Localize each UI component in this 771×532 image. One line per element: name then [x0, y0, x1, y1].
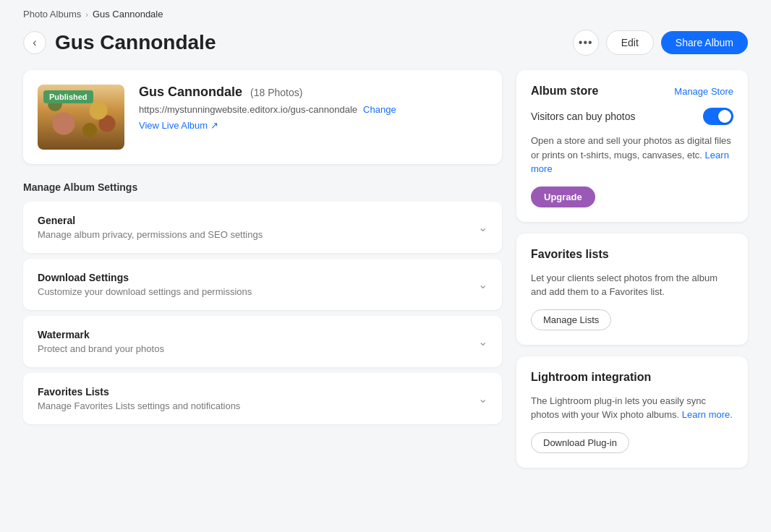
change-url-link[interactable]: Change	[363, 104, 396, 115]
buy-photos-label: Visitors can buy photos	[531, 111, 636, 122]
settings-general-title: General	[38, 215, 263, 226]
lightroom-desc: The Lightroom plug-in lets you easily sy…	[531, 394, 733, 422]
share-album-button[interactable]: Share Album	[661, 31, 748, 54]
chevron-down-icon: ⌄	[478, 335, 487, 348]
settings-favorites-row[interactable]: Favorites Lists Manage Favorites Lists s…	[23, 373, 502, 424]
lightroom-card: Lightroom integration The Lightroom plug…	[516, 356, 748, 468]
settings-download-row[interactable]: Download Settings Customize your downloa…	[23, 259, 502, 310]
published-badge: Published	[43, 90, 93, 103]
settings-download: Download Settings Customize your downloa…	[23, 259, 502, 310]
manage-store-link[interactable]: Manage Store	[674, 86, 733, 97]
album-url-text: https://mystunningwebsite.editorx.io/gus…	[139, 104, 357, 115]
lightroom-title: Lightroom integration	[531, 371, 651, 384]
edit-button[interactable]: Edit	[606, 30, 654, 55]
breadcrumb-parent[interactable]: Photo Albums	[23, 9, 81, 20]
buy-photos-toggle-row: Visitors can buy photos	[531, 108, 733, 125]
settings-general: General Manage album privacy, permission…	[23, 202, 502, 253]
lightroom-learn-link[interactable]: Learn more	[682, 409, 730, 420]
back-button[interactable]: ‹	[23, 31, 46, 54]
settings-favorites-title: Favorites Lists	[38, 386, 240, 398]
buy-photos-toggle[interactable]	[703, 108, 733, 125]
favorites-lists-title: Favorites lists	[531, 248, 609, 261]
chevron-down-icon: ⌄	[478, 220, 487, 234]
settings-favorites-text: Favorites Lists Manage Favorites Lists s…	[38, 386, 240, 411]
back-icon: ‹	[33, 36, 36, 49]
album-name: Gus Cannondale (18 Photos)	[139, 85, 487, 100]
settings-download-title: Download Settings	[38, 272, 252, 283]
download-plugin-button[interactable]: Download Plug-in	[531, 432, 629, 453]
settings-section-label: Manage Album Settings	[23, 181, 502, 193]
album-store-card: Album store Manage Store Visitors can bu…	[516, 70, 748, 222]
view-live-link[interactable]: View Live Album ↗	[139, 120, 218, 131]
breadcrumb-current: Gus Cannondale	[93, 9, 163, 20]
toggle-knob	[718, 110, 731, 123]
upgrade-button[interactable]: Upgrade	[531, 186, 595, 207]
album-card: Published Gus Cannondale (18 Photos) htt…	[23, 70, 502, 164]
chevron-down-icon: ⌄	[478, 392, 487, 406]
main-content: Published Gus Cannondale (18 Photos) htt…	[0, 70, 771, 479]
lightroom-header: Lightroom integration	[531, 371, 733, 384]
settings-download-subtitle: Customize your download settings and per…	[38, 286, 252, 297]
favorites-lists-desc: Let your clients select photos from the …	[531, 271, 733, 299]
favorites-lists-header: Favorites lists	[531, 248, 733, 261]
more-icon: •••	[579, 36, 593, 49]
settings-watermark-title: Watermark	[38, 329, 164, 340]
settings-watermark-row[interactable]: Watermark Protect and brand your photos …	[23, 316, 502, 367]
favorites-lists-card: Favorites lists Let your clients select …	[516, 233, 748, 345]
album-store-title: Album store	[531, 85, 598, 98]
header-left: ‹ Gus Cannondale	[23, 31, 216, 54]
settings-download-text: Download Settings Customize your downloa…	[38, 272, 252, 297]
album-info: Gus Cannondale (18 Photos) https://mystu…	[139, 85, 487, 131]
settings-watermark-subtitle: Protect and brand your photos	[38, 343, 164, 354]
album-url-row: https://mystunningwebsite.editorx.io/gus…	[139, 104, 487, 115]
left-panel: Published Gus Cannondale (18 Photos) htt…	[23, 70, 502, 479]
album-photo-count: (18 Photos)	[250, 87, 302, 98]
page-title: Gus Cannondale	[55, 31, 216, 54]
page-header: ‹ Gus Cannondale ••• Edit Share Album	[0, 24, 771, 70]
settings-favorites-subtitle: Manage Favorites Lists settings and noti…	[38, 400, 240, 411]
settings-general-subtitle: Manage album privacy, permissions and SE…	[38, 229, 263, 240]
settings-general-text: General Manage album privacy, permission…	[38, 215, 263, 240]
header-actions: ••• Edit Share Album	[573, 30, 748, 56]
breadcrumb: Photo Albums › Gus Cannondale	[0, 0, 771, 24]
album-store-desc: Open a store and sell your photos as dig…	[531, 134, 733, 176]
settings-watermark-text: Watermark Protect and brand your photos	[38, 329, 164, 354]
more-button[interactable]: •••	[573, 30, 599, 56]
settings-watermark: Watermark Protect and brand your photos …	[23, 316, 502, 367]
settings-favorites: Favorites Lists Manage Favorites Lists s…	[23, 373, 502, 424]
settings-general-row[interactable]: General Manage album privacy, permission…	[23, 202, 502, 253]
breadcrumb-chevron-icon: ›	[85, 10, 88, 19]
chevron-down-icon: ⌄	[478, 278, 487, 291]
right-panel: Album store Manage Store Visitors can bu…	[516, 70, 748, 479]
manage-lists-button[interactable]: Manage Lists	[531, 309, 611, 330]
external-link-icon: ↗	[210, 120, 218, 131]
album-store-header: Album store Manage Store	[531, 85, 733, 98]
album-thumbnail-wrap: Published	[38, 85, 124, 150]
